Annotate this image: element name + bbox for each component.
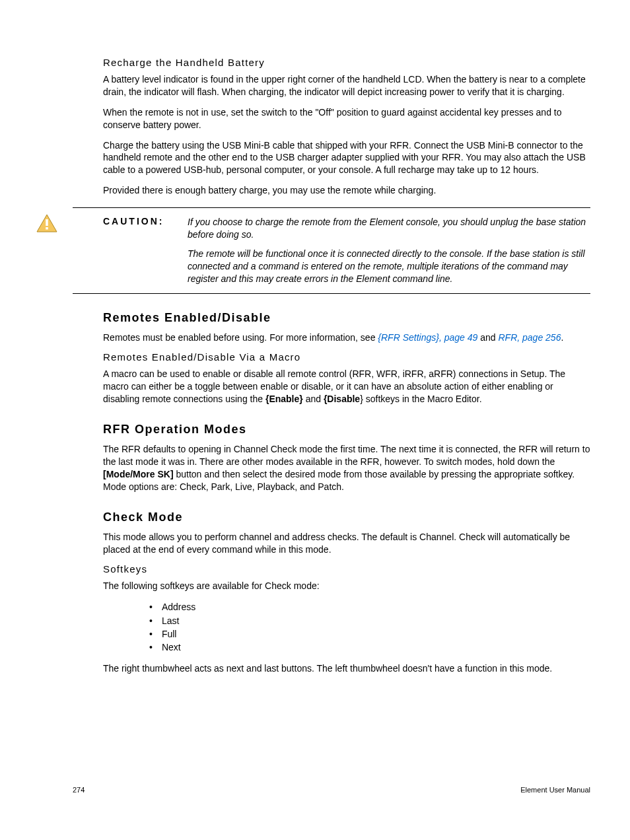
- page-footer: 274 Element User Manual: [73, 786, 590, 794]
- disable-softkey: {Disable: [324, 394, 360, 404]
- recharge-p3: Charge the battery using the USB Mini-B …: [103, 139, 590, 177]
- softkeys-heading: Softkeys: [103, 563, 590, 575]
- softkey-list: Address Last Full Next: [149, 600, 590, 654]
- remotes-macro-heading: Remotes Enabled/Disable Via a Macro: [103, 351, 590, 363]
- list-item: Last: [149, 614, 590, 627]
- text-fragment: and: [303, 394, 324, 404]
- text-fragment: } softkeys in the Macro Editor.: [360, 394, 481, 404]
- remotes-enable-heading: Remotes Enabled/Disable: [103, 311, 590, 325]
- svg-rect-2: [46, 227, 48, 230]
- recharge-heading: Recharge the Handheld Battery: [103, 57, 590, 68]
- list-item: Full: [149, 627, 590, 641]
- text-fragment: Remotes must be enabled before using. Fo…: [103, 332, 378, 343]
- rfr-settings-link[interactable]: {RFR Settings}, page 49: [378, 332, 477, 343]
- text-fragment: The RFR defaults to opening in Channel C…: [103, 444, 590, 467]
- check-mode-p1: This mode allows you to perform channel …: [103, 531, 590, 556]
- recharge-p2: When the remote is not in use, set the s…: [103, 106, 590, 131]
- text-fragment: button and then select the desired mode …: [103, 469, 575, 492]
- caution-block: CAUTION: If you choose to charge the rem…: [73, 207, 590, 293]
- remotes-enable-p1: Remotes must be enabled before using. Fo…: [103, 332, 590, 344]
- page-number: 274: [73, 786, 85, 794]
- caution-icon: [36, 213, 58, 233]
- manual-title: Element User Manual: [520, 786, 590, 794]
- list-item: Address: [149, 600, 590, 613]
- check-mode-p3: The right thumbwheel acts as next and la…: [103, 662, 590, 675]
- mode-more-sk-button: [Mode/More SK]: [103, 469, 174, 479]
- list-item: Next: [149, 641, 590, 654]
- caution-label: CAUTION:: [103, 216, 174, 285]
- rfr-modes-p: The RFR defaults to opening in Channel C…: [103, 443, 590, 493]
- svg-rect-1: [46, 219, 48, 226]
- text-fragment: .: [561, 332, 563, 343]
- recharge-p1: A battery level indicator is found in th…: [103, 73, 590, 98]
- recharge-p4: Provided there is enough battery charge,…: [103, 184, 590, 197]
- rfr-page-link[interactable]: RFR, page 256: [498, 332, 561, 343]
- remotes-macro-p: A macro can be used to enable or disable…: [103, 368, 590, 405]
- caution-text-1: If you choose to charge the remote from …: [188, 216, 590, 241]
- enable-softkey: {Enable}: [265, 394, 303, 404]
- rfr-modes-heading: RFR Operation Modes: [103, 423, 590, 437]
- softkeys-intro: The following softkeys are available for…: [103, 580, 590, 592]
- text-fragment: and: [477, 332, 498, 343]
- caution-text-2: The remote will be functional once it is…: [188, 248, 590, 285]
- check-mode-heading: Check Mode: [103, 510, 590, 524]
